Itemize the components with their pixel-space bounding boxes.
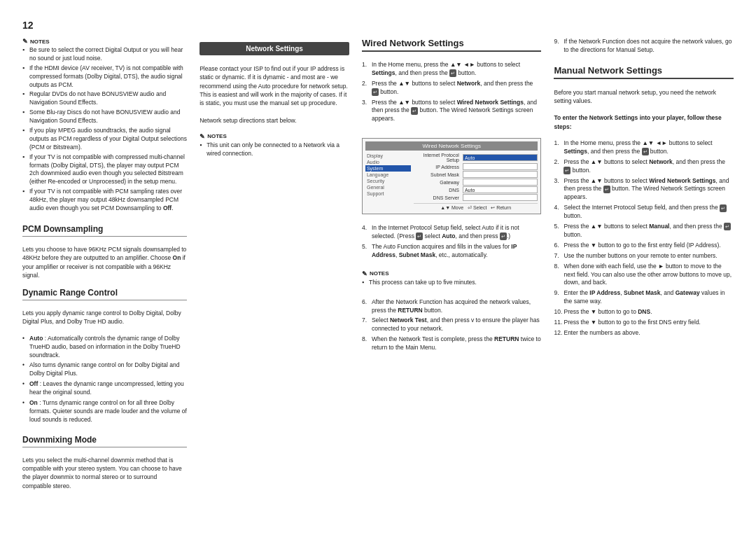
downmix-section-title: Downmixing Mode bbox=[22, 435, 187, 447]
wired-step: 3. Press the ▲▼ buttons to select Wired … bbox=[362, 99, 542, 124]
enter-button-icon: ↵ bbox=[372, 88, 379, 96]
notes-box-3: NOTES This process can take up to five m… bbox=[362, 270, 542, 289]
manual-step: 10. Press the ▼ button to go to DNS. bbox=[554, 308, 734, 317]
manual-steps: 1. In the Home menu, press the ▲▼ ◄► but… bbox=[554, 139, 734, 340]
wired-step: 8. When the Network Test is complete, pr… bbox=[362, 335, 542, 352]
enter-button-icon: ↵ bbox=[724, 223, 731, 230]
wired-steps-3: 6. After the Network Function has acquir… bbox=[362, 298, 542, 354]
note-item: Some Blu-ray Discs do not have BONUSVIEW… bbox=[22, 109, 187, 125]
column-4: 9. If the Network Function does not acqu… bbox=[554, 38, 734, 535]
enter-button-icon: ↵ bbox=[500, 232, 507, 240]
screen-label: DNS Server bbox=[414, 195, 461, 200]
manual-bold: To enter the Network Settings into your … bbox=[554, 113, 734, 131]
dynamic-bullet: Auto : Automatically controls the dynami… bbox=[22, 335, 187, 360]
dynamic-bullet: Off : Leaves the dynamic range uncompres… bbox=[22, 380, 187, 397]
enter-button-icon: ↵ bbox=[564, 167, 570, 174]
note-item: If the HDMI device (AV receiver, TV) is … bbox=[22, 64, 187, 90]
wired-step: 6. After the Network Function has acquir… bbox=[362, 298, 542, 315]
screen-value: Auto bbox=[463, 154, 538, 161]
dynamic-section-title: Dynamic Range Control bbox=[22, 288, 187, 300]
enter-button-icon: ↵ bbox=[416, 232, 423, 240]
wired-step: 7. Select Network Test, and then press v… bbox=[362, 317, 542, 333]
screen-label: Subnet Mask bbox=[414, 172, 461, 177]
notes-label-2: NOTES bbox=[200, 133, 349, 140]
note-item: This unit can only be connected to a Net… bbox=[200, 141, 349, 158]
enter-button-icon: ↵ bbox=[411, 107, 418, 115]
notes-box-2: NOTES This unit can only be connected to… bbox=[200, 133, 349, 160]
screen-label: Gateway bbox=[414, 180, 461, 185]
manual-step: 11. Press the ▼ button to go to the firs… bbox=[554, 319, 734, 327]
dynamic-body: Lets you apply dynamic range control to … bbox=[22, 309, 187, 326]
wired-steps: 1. In the Home menu, press the ▲▼ ◄► but… bbox=[362, 61, 542, 125]
screen-value bbox=[463, 163, 538, 170]
wired-steps-cont: 9. If the Network Function does not acqu… bbox=[554, 38, 734, 57]
screen-row-protocol: Internet Protocol Setup Auto bbox=[414, 153, 538, 162]
notes-list-3: This process can take up to five minutes… bbox=[362, 279, 542, 287]
page: 12 NOTES Be sure to select the correct D… bbox=[0, 0, 756, 549]
screen-value bbox=[463, 194, 538, 201]
page-number: 12 bbox=[22, 20, 734, 31]
screen-value bbox=[463, 171, 538, 178]
screen-mockup: Wired Network Settings Display Audio Sys… bbox=[362, 138, 542, 214]
manual-step: 6. Press the ▼ button to go to the first… bbox=[554, 242, 734, 250]
manual-intro: Before you start manual network setup, y… bbox=[554, 88, 734, 106]
column-2: Network Settings Please contact your ISP… bbox=[200, 38, 349, 535]
screen-row-subnet: Subnet Mask bbox=[414, 171, 538, 178]
wired-step: 1. In the Home menu, press the ▲▼ ◄► but… bbox=[362, 61, 542, 78]
wired-section-title: Wired Network Settings bbox=[362, 38, 542, 52]
manual-step: 3. Press the ▲▼ buttons to select Wired … bbox=[554, 177, 734, 202]
enter-button-icon: ↵ bbox=[720, 204, 727, 212]
screen-value bbox=[463, 179, 538, 186]
screen-left-menu: Display Audio System Language Security G… bbox=[365, 153, 411, 211]
notes-label-1: NOTES bbox=[22, 38, 187, 45]
columns: NOTES Be sure to select the correct Digi… bbox=[22, 38, 734, 535]
dynamic-bullet: Also turns dynamic range control on for … bbox=[22, 361, 187, 378]
notes-box-1: NOTES Be sure to select the correct Digi… bbox=[22, 38, 187, 214]
manual-step: 7. Use the number buttons on your remote… bbox=[554, 252, 734, 260]
note-item: Regular DVDs do not have BONUSVIEW audio… bbox=[22, 90, 187, 107]
enter-button-icon: ↵ bbox=[603, 186, 610, 193]
pcm-section-title: PCM Downsampling bbox=[22, 224, 187, 237]
note-item: If you play MPEG audio soundtracks, the … bbox=[22, 127, 187, 152]
manual-section-title: Manual Network Settings bbox=[554, 65, 734, 79]
manual-step: 5. Press the ▲▼ buttons to select Manual… bbox=[554, 223, 734, 239]
notes-label-3: NOTES bbox=[362, 270, 542, 277]
column-3: Wired Network Settings 1. In the Home me… bbox=[362, 38, 542, 535]
screen-row-ip: IP Address bbox=[414, 163, 538, 170]
manual-step: 8. When done with each field, use the ► … bbox=[554, 263, 734, 288]
pcm-body: Lets you choose to have 96KHz PCM signal… bbox=[22, 245, 187, 279]
notes-list-2: This unit can only be connected to a Net… bbox=[200, 141, 349, 158]
screen-right-content: Internet Protocol Setup Auto IP Address … bbox=[414, 153, 538, 211]
wired-step: 2. Press the ▲▼ buttons to select Networ… bbox=[362, 80, 542, 97]
note-item: If your TV is not compatible with PCM sa… bbox=[22, 188, 187, 213]
screen-row-dns-server: DNS Server bbox=[414, 194, 538, 201]
downmix-body: Lets you select the multi-channel downmi… bbox=[22, 456, 187, 490]
screen-label: DNS bbox=[414, 188, 461, 193]
enter-button-icon: ↵ bbox=[449, 69, 456, 77]
wired-step: 5. The Auto Function acquires and fills … bbox=[362, 243, 542, 260]
dynamic-bullet: On : Turns dynamic range control on for … bbox=[22, 399, 187, 424]
network-body-2: Network setup directions start below. bbox=[200, 116, 349, 125]
note-item: Be sure to select the correct Digital Ou… bbox=[22, 46, 187, 63]
wired-step: 9. If the Network Function does not acqu… bbox=[554, 38, 734, 55]
screen-nav: ▲▼ Move ⏎ Select ↩ Return bbox=[414, 203, 538, 211]
enter-button-icon: ↵ bbox=[642, 148, 649, 155]
notes-list-1: Be sure to select the correct Digital Ou… bbox=[22, 46, 187, 213]
dynamic-bullets: Auto : Automatically controls the dynami… bbox=[22, 335, 187, 426]
screen-value: Auto bbox=[463, 186, 538, 193]
screen-label: IP Address bbox=[414, 165, 461, 169]
manual-step: 12. Enter the numbers as above. bbox=[554, 329, 734, 338]
screen-label: Internet Protocol Setup bbox=[414, 153, 461, 162]
manual-step: 4. Select the Internet Protocol Setup fi… bbox=[554, 204, 734, 221]
manual-step: 2. Press the ▲▼ buttons to select Networ… bbox=[554, 158, 734, 175]
network-settings-bar: Network Settings bbox=[200, 42, 349, 55]
screen-row-dns: DNS Auto bbox=[414, 186, 538, 193]
screen-row-gateway: Gateway bbox=[414, 179, 538, 186]
screen-title-bar: Wired Network Settings bbox=[365, 141, 538, 151]
column-1: NOTES Be sure to select the correct Digi… bbox=[22, 38, 187, 535]
wired-step: 4. In the Internet Protocol Setup field,… bbox=[362, 224, 542, 241]
note-item: This process can take up to five minutes… bbox=[362, 279, 542, 287]
wired-steps-2: 4. In the Internet Protocol Setup field,… bbox=[362, 224, 542, 262]
manual-step: 1. In the Home menu, press the ▲▼ ◄► but… bbox=[554, 139, 734, 156]
manual-step: 9. Enter the IP Address, Subnet Mask, an… bbox=[554, 289, 734, 306]
